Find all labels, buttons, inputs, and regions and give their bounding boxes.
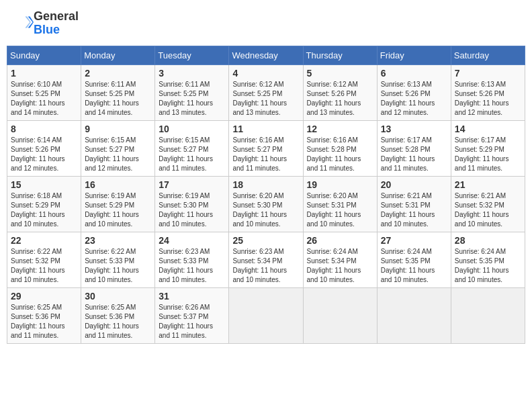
calendar-body: 1Sunrise: 6:10 AM Sunset: 5:25 PM Daylig… (7, 64, 525, 343)
calendar-cell: 2Sunrise: 6:11 AM Sunset: 5:25 PM Daylig… (81, 64, 155, 120)
day-number: 29 (11, 291, 77, 302)
calendar-week-1: 1Sunrise: 6:10 AM Sunset: 5:25 PM Daylig… (7, 64, 525, 120)
day-number: 9 (85, 124, 151, 134)
day-number: 10 (159, 124, 225, 134)
day-number: 19 (307, 179, 373, 190)
weekday-wednesday: Wednesday (229, 46, 303, 64)
day-info: Sunrise: 6:25 AM Sunset: 5:36 PM Dayligh… (85, 303, 151, 340)
calendar-cell (377, 287, 451, 343)
calendar-cell: 28Sunrise: 6:24 AM Sunset: 5:35 PM Dayli… (451, 232, 525, 287)
calendar-cell: 16Sunrise: 6:19 AM Sunset: 5:29 PM Dayli… (81, 176, 155, 232)
day-number: 25 (232, 235, 299, 246)
weekday-friday: Friday (377, 46, 451, 64)
day-info: Sunrise: 6:22 AM Sunset: 5:33 PM Dayligh… (85, 247, 151, 285)
day-number: 16 (85, 179, 151, 190)
day-info: Sunrise: 6:22 AM Sunset: 5:32 PM Dayligh… (11, 247, 77, 285)
day-info: Sunrise: 6:26 AM Sunset: 5:37 PM Dayligh… (159, 303, 225, 340)
calendar-cell: 12Sunrise: 6:16 AM Sunset: 5:28 PM Dayli… (303, 120, 377, 176)
day-info: Sunrise: 6:21 AM Sunset: 5:32 PM Dayligh… (455, 191, 521, 229)
calendar-cell: 26Sunrise: 6:24 AM Sunset: 5:34 PM Dayli… (303, 232, 377, 287)
day-number: 13 (381, 124, 447, 134)
weekday-tuesday: Tuesday (155, 46, 229, 64)
day-number: 22 (11, 235, 77, 246)
calendar-cell: 10Sunrise: 6:15 AM Sunset: 5:27 PM Dayli… (155, 120, 229, 176)
logo-text: General Blue (34, 10, 79, 37)
day-info: Sunrise: 6:24 AM Sunset: 5:35 PM Dayligh… (381, 247, 447, 285)
day-info: Sunrise: 6:20 AM Sunset: 5:31 PM Dayligh… (307, 191, 373, 229)
calendar-week-2: 8Sunrise: 6:14 AM Sunset: 5:26 PM Daylig… (7, 120, 525, 176)
day-number: 7 (455, 68, 521, 79)
calendar-header: SundayMondayTuesdayWednesdayThursdayFrid… (7, 46, 525, 64)
day-number: 27 (381, 235, 447, 246)
day-number: 17 (159, 179, 225, 190)
day-number: 6 (381, 68, 447, 79)
day-number: 3 (159, 68, 225, 79)
day-info: Sunrise: 6:12 AM Sunset: 5:25 PM Dayligh… (232, 80, 299, 118)
day-number: 18 (232, 179, 299, 190)
calendar-cell (229, 287, 303, 343)
calendar: SundayMondayTuesdayWednesdayThursdayFrid… (7, 46, 525, 344)
day-number: 4 (232, 68, 299, 79)
calendar-cell: 14Sunrise: 6:17 AM Sunset: 5:29 PM Dayli… (451, 120, 525, 176)
calendar-cell: 5Sunrise: 6:12 AM Sunset: 5:26 PM Daylig… (303, 64, 377, 120)
day-number: 30 (85, 291, 151, 302)
calendar-cell (451, 287, 525, 343)
calendar-cell: 15Sunrise: 6:18 AM Sunset: 5:29 PM Dayli… (7, 176, 81, 232)
day-number: 20 (381, 179, 447, 190)
day-info: Sunrise: 6:23 AM Sunset: 5:33 PM Dayligh… (159, 247, 225, 285)
weekday-sunday: Sunday (7, 46, 81, 64)
day-info: Sunrise: 6:20 AM Sunset: 5:30 PM Dayligh… (232, 191, 299, 229)
day-info: Sunrise: 6:19 AM Sunset: 5:30 PM Dayligh… (159, 191, 225, 229)
calendar-cell: 29Sunrise: 6:25 AM Sunset: 5:36 PM Dayli… (7, 287, 81, 343)
weekday-monday: Monday (81, 46, 155, 64)
calendar-cell: 25Sunrise: 6:23 AM Sunset: 5:34 PM Dayli… (229, 232, 303, 287)
calendar-cell: 23Sunrise: 6:22 AM Sunset: 5:33 PM Dayli… (81, 232, 155, 287)
day-number: 24 (159, 235, 225, 246)
day-info: Sunrise: 6:11 AM Sunset: 5:25 PM Dayligh… (159, 80, 225, 118)
day-number: 15 (11, 179, 77, 190)
day-number: 1 (11, 68, 77, 79)
calendar-cell: 9Sunrise: 6:15 AM Sunset: 5:27 PM Daylig… (81, 120, 155, 176)
day-info: Sunrise: 6:17 AM Sunset: 5:28 PM Dayligh… (381, 136, 447, 173)
logo: General Blue (13, 10, 79, 37)
day-number: 14 (455, 124, 521, 134)
calendar-cell: 13Sunrise: 6:17 AM Sunset: 5:28 PM Dayli… (377, 120, 451, 176)
day-info: Sunrise: 6:11 AM Sunset: 5:25 PM Dayligh… (85, 80, 151, 118)
calendar-cell: 19Sunrise: 6:20 AM Sunset: 5:31 PM Dayli… (303, 176, 377, 232)
calendar-cell: 3Sunrise: 6:11 AM Sunset: 5:25 PM Daylig… (155, 64, 229, 120)
day-number: 8 (11, 124, 77, 134)
day-info: Sunrise: 6:16 AM Sunset: 5:27 PM Dayligh… (232, 136, 299, 173)
day-number: 2 (85, 68, 151, 79)
weekday-header-row: SundayMondayTuesdayWednesdayThursdayFrid… (7, 46, 525, 64)
calendar-cell: 7Sunrise: 6:13 AM Sunset: 5:26 PM Daylig… (451, 64, 525, 120)
day-info: Sunrise: 6:14 AM Sunset: 5:26 PM Dayligh… (11, 136, 77, 173)
calendar-cell: 4Sunrise: 6:12 AM Sunset: 5:25 PM Daylig… (229, 64, 303, 120)
calendar-cell (303, 287, 377, 343)
calendar-cell: 31Sunrise: 6:26 AM Sunset: 5:37 PM Dayli… (155, 287, 229, 343)
day-number: 5 (307, 68, 373, 79)
day-info: Sunrise: 6:16 AM Sunset: 5:28 PM Dayligh… (307, 136, 373, 173)
calendar-cell: 22Sunrise: 6:22 AM Sunset: 5:32 PM Dayli… (7, 232, 81, 287)
day-number: 26 (307, 235, 373, 246)
calendar-cell: 11Sunrise: 6:16 AM Sunset: 5:27 PM Dayli… (229, 120, 303, 176)
calendar-week-3: 15Sunrise: 6:18 AM Sunset: 5:29 PM Dayli… (7, 176, 525, 232)
day-info: Sunrise: 6:24 AM Sunset: 5:34 PM Dayligh… (307, 247, 373, 285)
day-info: Sunrise: 6:12 AM Sunset: 5:26 PM Dayligh… (307, 80, 373, 118)
calendar-cell: 24Sunrise: 6:23 AM Sunset: 5:33 PM Dayli… (155, 232, 229, 287)
weekday-thursday: Thursday (303, 46, 377, 64)
day-info: Sunrise: 6:15 AM Sunset: 5:27 PM Dayligh… (85, 136, 151, 173)
logo-icon (15, 13, 34, 32)
day-number: 23 (85, 235, 151, 246)
weekday-saturday: Saturday (451, 46, 525, 64)
calendar-cell: 21Sunrise: 6:21 AM Sunset: 5:32 PM Dayli… (451, 176, 525, 232)
day-number: 21 (455, 179, 521, 190)
calendar-week-4: 22Sunrise: 6:22 AM Sunset: 5:32 PM Dayli… (7, 232, 525, 287)
day-info: Sunrise: 6:10 AM Sunset: 5:25 PM Dayligh… (11, 80, 77, 118)
day-info: Sunrise: 6:15 AM Sunset: 5:27 PM Dayligh… (159, 136, 225, 173)
day-info: Sunrise: 6:25 AM Sunset: 5:36 PM Dayligh… (11, 303, 77, 340)
day-info: Sunrise: 6:19 AM Sunset: 5:29 PM Dayligh… (85, 191, 151, 229)
calendar-cell: 27Sunrise: 6:24 AM Sunset: 5:35 PM Dayli… (377, 232, 451, 287)
day-number: 11 (232, 124, 299, 134)
day-info: Sunrise: 6:13 AM Sunset: 5:26 PM Dayligh… (455, 80, 521, 118)
day-number: 12 (307, 124, 373, 134)
